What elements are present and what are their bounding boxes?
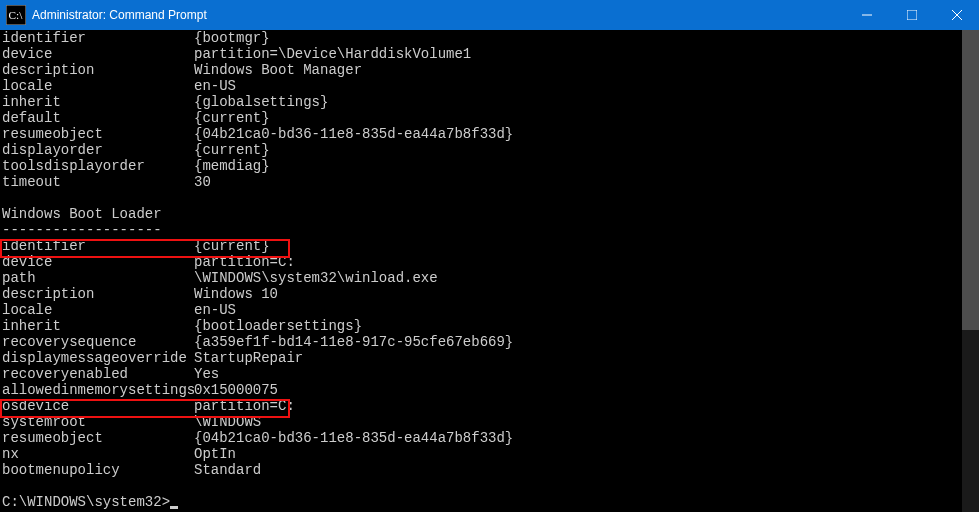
section-divider: ------------------- [2,222,977,238]
blank-line [2,478,977,494]
output-line: bootmenupolicyStandard [2,462,977,478]
output-line: nxOptIn [2,446,977,462]
output-line: systemroot\WINDOWS [2,414,977,430]
prompt-text: C:\WINDOWS\system32> [2,494,170,510]
close-button[interactable] [934,0,979,30]
output-line: resumeobject{04b21ca0-bd36-11e8-835d-ea4… [2,126,977,142]
output-line: resumeobject{04b21ca0-bd36-11e8-835d-ea4… [2,430,977,446]
prompt-line[interactable]: C:\WINDOWS\system32> [2,494,977,510]
svg-text:C:\: C:\ [9,9,24,21]
output-line: identifier{current} [2,238,977,254]
output-line: recoveryenabledYes [2,366,977,382]
window-title: Administrator: Command Prompt [32,8,844,22]
output-line: devicepartition=\Device\HarddiskVolume1 [2,46,977,62]
maximize-button[interactable] [889,0,934,30]
minimize-button[interactable] [844,0,889,30]
output-line: localeen-US [2,78,977,94]
output-line: localeen-US [2,302,977,318]
output-line: toolsdisplayorder{memdiag} [2,158,977,174]
output-line: default{current} [2,110,977,126]
output-line: descriptionWindows 10 [2,286,977,302]
output-line: osdevicepartition=C: [2,398,977,414]
output-line: timeout30 [2,174,977,190]
output-line: recoverysequence{a359ef1f-bd14-11e8-917c… [2,334,977,350]
terminal-body[interactable]: identifier{bootmgr} devicepartition=\Dev… [0,30,979,512]
output-line: path\WINDOWS\system32\winload.exe [2,270,977,286]
output-line: descriptionWindows Boot Manager [2,62,977,78]
cursor [170,506,178,509]
output-line: displayorder{current} [2,142,977,158]
output-line: displaymessageoverrideStartupRepair [2,350,977,366]
section-header: Windows Boot Loader [2,206,977,222]
blank-line [2,190,977,206]
output-line: allowedinmemorysettings0x15000075 [2,382,977,398]
output-line: devicepartition=C: [2,254,977,270]
output-line: identifier{bootmgr} [2,30,977,46]
scrollbar-thumb[interactable] [962,30,979,330]
svg-rect-3 [907,10,917,20]
output-line: inherit{bootloadersettings} [2,318,977,334]
output-line: inherit{globalsettings} [2,94,977,110]
window-titlebar: C:\ Administrator: Command Prompt [0,0,979,30]
cmd-icon: C:\ [6,6,26,24]
